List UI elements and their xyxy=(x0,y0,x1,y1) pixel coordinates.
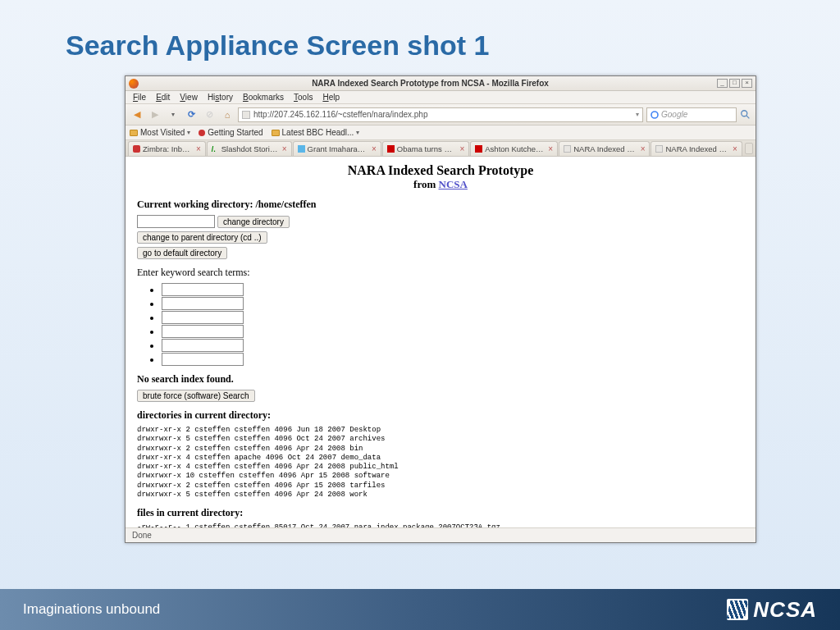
svg-line-2 xyxy=(746,115,750,118)
status-bar: Done xyxy=(126,527,756,542)
keyword-input-4[interactable] xyxy=(162,325,244,338)
page-title: NARA Indexed Search Prototype xyxy=(137,163,744,178)
tab-nara-1[interactable]: NARA Indexed Searc...× xyxy=(559,141,650,156)
tab-bar: Zimbra: Inbox (78)× /.Slashdot Stories (… xyxy=(126,140,756,157)
window-title: NARA Indexed Search Prototype from NCSA … xyxy=(144,79,717,88)
ncsa-link[interactable]: NCSA xyxy=(439,178,468,190)
page-subtitle: from NCSA xyxy=(137,178,744,191)
navigation-toolbar: ◀ ▶ ▾ ⟳ ⊘ ⌂ http://207.245.162.116/~cste… xyxy=(126,104,756,126)
bookmark-most-visited[interactable]: Most Visited▾ xyxy=(130,128,190,137)
home-button[interactable]: ⌂ xyxy=(220,107,235,122)
tab-obama[interactable]: Obama turns contro...× xyxy=(382,141,469,156)
cnn-icon xyxy=(475,145,482,153)
brute-force-search-button[interactable]: brute force (software) Search xyxy=(137,390,255,402)
menu-tools[interactable]: Tools xyxy=(290,93,317,102)
directory-input[interactable] xyxy=(137,215,215,228)
forward-button[interactable]: ▶ xyxy=(148,107,162,122)
status-text: Done xyxy=(132,531,152,540)
footer-tagline: Imaginations unbound xyxy=(23,601,727,618)
reload-button[interactable]: ⟳ xyxy=(184,107,199,122)
directories-listing: drwxr-xr-x 2 csteffen csteffen 4096 Jun … xyxy=(137,426,744,500)
firefox-icon xyxy=(129,79,139,89)
twitter-icon xyxy=(298,145,305,153)
slide-footer: Imaginations unbound NCSA xyxy=(0,589,840,630)
parent-directory-button[interactable]: change to parent directory (cd ..) xyxy=(137,231,267,244)
menu-help[interactable]: Help xyxy=(318,93,344,102)
minimize-button[interactable]: _ xyxy=(717,79,728,88)
tab-grant[interactable]: Grant Imahara (gran...× xyxy=(293,141,381,156)
url-bar[interactable]: http://207.245.162.116/~csteffen/nara/in… xyxy=(238,107,643,122)
page-content: NARA Indexed Search Prototype from NCSA … xyxy=(126,157,756,527)
ncsa-logo-text: NCSA xyxy=(753,597,817,623)
url-dropdown-icon[interactable]: ▾ xyxy=(636,111,639,118)
tab-close-icon[interactable]: × xyxy=(733,144,737,153)
keyword-input-5[interactable] xyxy=(162,339,244,352)
bookmarks-toolbar: Most Visited▾ Getting Started Latest BBC… xyxy=(126,126,756,140)
files-heading: files in current directory: xyxy=(137,507,744,519)
menu-bar: File Edit View History Bookmarks Tools H… xyxy=(126,91,756,104)
recent-dropdown[interactable]: ▾ xyxy=(166,107,180,122)
ncsa-logo: NCSA xyxy=(727,597,817,623)
svg-point-1 xyxy=(742,110,747,116)
keyword-input-2[interactable] xyxy=(162,297,244,310)
tab-nara-2[interactable]: NARA Indexed Searc...× xyxy=(651,141,742,156)
svg-point-0 xyxy=(651,112,658,118)
url-text: http://207.245.162.116/~csteffen/nara/in… xyxy=(253,110,632,119)
bookmark-bbc[interactable]: Latest BBC Headl...▾ xyxy=(272,128,360,137)
search-box[interactable]: Google xyxy=(646,107,737,122)
tab-close-icon[interactable]: × xyxy=(641,144,646,153)
google-icon xyxy=(651,111,659,119)
slashdot-icon: /. xyxy=(212,145,219,153)
tab-close-icon[interactable]: × xyxy=(196,144,201,153)
page-icon xyxy=(242,111,250,119)
tab-kutcher[interactable]: Ashton Kutcher fulfil...× xyxy=(470,141,558,156)
keyword-label: Enter keyword search terms: xyxy=(137,267,744,279)
menu-edit[interactable]: Edit xyxy=(152,93,174,102)
ncsa-mark-icon xyxy=(727,599,748,620)
search-icon[interactable] xyxy=(740,109,751,121)
zimbra-icon xyxy=(133,145,140,153)
menu-view[interactable]: View xyxy=(176,93,202,102)
directories-heading: directories in current directory: xyxy=(137,409,744,422)
tab-close-icon[interactable]: × xyxy=(372,144,377,153)
keyword-list xyxy=(162,283,744,366)
tab-close-icon[interactable]: × xyxy=(282,144,287,153)
back-button[interactable]: ◀ xyxy=(130,107,144,122)
moz-icon xyxy=(199,130,205,136)
page-icon xyxy=(564,145,571,153)
menu-file[interactable]: File xyxy=(129,93,150,102)
keyword-input-1[interactable] xyxy=(162,283,244,296)
change-directory-button[interactable]: change directory xyxy=(217,216,290,228)
search-placeholder: Google xyxy=(661,110,687,119)
browser-window: NARA Indexed Search Prototype from NCSA … xyxy=(125,75,756,543)
keyword-input-3[interactable] xyxy=(162,311,244,324)
slide-title: Search Appliance Screen shot 1 xyxy=(66,30,490,62)
window-titlebar: NARA Indexed Search Prototype from NCSA … xyxy=(126,76,756,91)
tab-slashdot[interactable]: /.Slashdot Stories (20)× xyxy=(207,141,292,156)
bookmark-getting-started[interactable]: Getting Started xyxy=(199,128,262,137)
tab-close-icon[interactable]: × xyxy=(459,144,464,153)
menu-history[interactable]: History xyxy=(203,93,237,102)
default-directory-button[interactable]: go to default directory xyxy=(137,247,227,259)
folder-icon xyxy=(272,130,280,136)
tab-close-icon[interactable]: × xyxy=(548,144,553,153)
new-tab-button[interactable] xyxy=(745,143,753,154)
stop-button[interactable]: ⊘ xyxy=(202,107,217,122)
no-index-label: No search index found. xyxy=(137,373,744,386)
tab-zimbra[interactable]: Zimbra: Inbox (78)× xyxy=(128,141,206,156)
close-button[interactable]: × xyxy=(742,79,752,88)
folder-icon xyxy=(130,130,138,136)
menu-bookmarks[interactable]: Bookmarks xyxy=(239,93,288,102)
page-icon xyxy=(655,145,663,153)
maximize-button[interactable]: □ xyxy=(729,79,740,88)
cnn-icon xyxy=(387,145,395,153)
cwd-label: Current working directory: /home/csteffe… xyxy=(137,199,744,211)
keyword-input-6[interactable] xyxy=(162,353,244,366)
